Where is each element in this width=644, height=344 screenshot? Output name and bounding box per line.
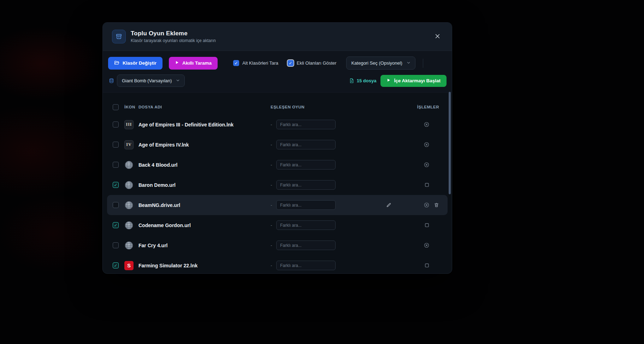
matched-game-value: - bbox=[271, 182, 274, 188]
row-checkbox[interactable] bbox=[113, 222, 119, 228]
search-different-input[interactable] bbox=[276, 200, 336, 210]
table-row[interactable]: III Age of Empires III - Definitive Edit… bbox=[107, 114, 448, 135]
game-icon bbox=[124, 221, 134, 230]
table-row[interactable]: BeamNG.drive.url - bbox=[107, 195, 448, 215]
search-field-wrap bbox=[276, 180, 336, 190]
source-select[interactable]: Giant Bomb (Varsayılan) bbox=[117, 75, 185, 87]
toolbar-divider bbox=[423, 59, 423, 68]
drive-icon bbox=[112, 30, 126, 43]
header-filename-col: DOSYA ADI bbox=[138, 105, 261, 109]
header-actions-col: İŞLEMLER bbox=[417, 105, 439, 109]
row-actions bbox=[386, 162, 439, 168]
remove-match-icon[interactable] bbox=[424, 242, 430, 248]
table-row[interactable]: Codename Gordon.url - bbox=[107, 215, 448, 235]
table-row[interactable]: Baron Demo.url - bbox=[107, 175, 448, 195]
row-checkbox[interactable] bbox=[113, 202, 119, 208]
file-name: Back 4 Blood.url bbox=[138, 162, 261, 168]
globe-icon bbox=[124, 201, 134, 210]
file-count: 15 dosya bbox=[357, 78, 377, 83]
trash-icon[interactable] bbox=[434, 202, 439, 208]
matched-game-value: - bbox=[271, 122, 274, 127]
globe-icon bbox=[124, 221, 134, 230]
file-name: Far Cry 4.url bbox=[138, 243, 261, 248]
matched-game-value: - bbox=[271, 162, 274, 167]
search-different-input[interactable] bbox=[276, 220, 336, 230]
file-table: İKON DOSYA ADI EŞLEŞEN OYUN İŞLEMLER III… bbox=[103, 93, 452, 274]
row-checkbox[interactable] bbox=[113, 162, 119, 168]
change-folder-label: Klasör Değiştir bbox=[123, 60, 156, 66]
row-actions bbox=[386, 202, 439, 208]
table-row[interactable]: Back 4 Blood.url - bbox=[107, 155, 448, 175]
table-row[interactable]: Far Cry 4.url - bbox=[107, 235, 448, 255]
search-field-wrap bbox=[276, 241, 336, 250]
row-checkbox[interactable] bbox=[113, 142, 119, 148]
row-checkbox[interactable] bbox=[113, 182, 119, 188]
search-different-input[interactable] bbox=[276, 140, 336, 149]
select-square-icon[interactable] bbox=[424, 223, 430, 228]
search-field-wrap bbox=[276, 160, 336, 170]
select-square-icon[interactable] bbox=[424, 263, 430, 268]
game-icon-text: S bbox=[127, 262, 131, 268]
category-select[interactable]: Kategori Seç (Opsiyonel) bbox=[346, 57, 415, 70]
dialog-title: Toplu Oyun Ekleme bbox=[131, 30, 216, 37]
search-different-input[interactable] bbox=[276, 241, 336, 250]
row-checkbox[interactable] bbox=[113, 262, 119, 268]
file-name: Age of Empires III - Definitive Edition.… bbox=[138, 122, 261, 127]
row-actions bbox=[386, 142, 439, 148]
row-checkbox[interactable] bbox=[113, 242, 119, 248]
header-icon-col: İKON bbox=[124, 105, 138, 109]
game-icon: III bbox=[124, 120, 134, 129]
folder-icon bbox=[114, 60, 119, 66]
play-icon bbox=[175, 60, 179, 66]
game-icon: IV bbox=[124, 140, 134, 149]
matched-game-value: - bbox=[271, 223, 274, 228]
smart-scan-button[interactable]: Akıllı Tarama bbox=[169, 57, 218, 70]
show-added-label: Ekli Olanları Göster bbox=[297, 60, 337, 66]
search-different-input[interactable] bbox=[276, 120, 336, 129]
subfolders-label: Alt Klasörleri Tara bbox=[242, 60, 278, 66]
game-icon bbox=[124, 160, 134, 170]
row-actions bbox=[386, 263, 439, 268]
search-different-input[interactable] bbox=[276, 261, 336, 270]
show-added-checkbox[interactable] bbox=[288, 60, 294, 66]
row-actions bbox=[386, 182, 439, 188]
change-folder-button[interactable]: Klasör Değiştir bbox=[108, 57, 163, 70]
subfolders-checkbox[interactable] bbox=[233, 60, 239, 66]
start-import-button[interactable]: İçe Aktarmayı Başlat bbox=[380, 75, 447, 87]
remove-match-icon[interactable] bbox=[424, 121, 430, 127]
search-different-input[interactable] bbox=[276, 180, 336, 190]
file-name: BeamNG.drive.url bbox=[138, 202, 261, 208]
globe-icon bbox=[124, 160, 134, 170]
game-icon bbox=[124, 241, 134, 250]
table-row[interactable]: IV Age of Empires IV.lnk - bbox=[107, 135, 448, 155]
scrollbar-thumb[interactable] bbox=[449, 92, 451, 194]
file-list: III Age of Empires III - Definitive Edit… bbox=[103, 114, 452, 274]
search-different-input[interactable] bbox=[276, 160, 336, 170]
globe-icon bbox=[124, 241, 134, 250]
select-square-icon[interactable] bbox=[424, 182, 430, 188]
matched-game-value: - bbox=[271, 142, 274, 147]
game-icon bbox=[124, 180, 134, 190]
remove-match-icon[interactable] bbox=[424, 162, 430, 168]
search-field-wrap bbox=[276, 261, 336, 270]
select-all-checkbox[interactable] bbox=[113, 104, 119, 110]
row-checkbox[interactable] bbox=[113, 121, 119, 127]
close-button[interactable] bbox=[432, 31, 443, 42]
show-added-option[interactable]: Ekli Olanları Göster bbox=[288, 60, 337, 66]
remove-match-icon[interactable] bbox=[424, 142, 430, 148]
table-row[interactable]: S Farming Simulator 22.lnk - bbox=[107, 255, 448, 274]
game-icon-text: III bbox=[126, 122, 132, 127]
file-name: Farming Simulator 22.lnk bbox=[138, 263, 261, 268]
edit-icon[interactable] bbox=[386, 202, 391, 208]
subfolders-option[interactable]: Alt Klasörleri Tara bbox=[233, 60, 278, 66]
chevron-down-icon bbox=[176, 78, 180, 83]
toolbar: Klasör Değiştir Akıllı Tarama Alt Klasör… bbox=[103, 51, 452, 93]
category-select-value: Kategori Seç (Opsiyonel) bbox=[351, 60, 402, 66]
search-field-wrap bbox=[276, 140, 336, 149]
file-name: Baron Demo.url bbox=[138, 182, 261, 188]
screen: Toplu Oyun Ekleme Klasör tarayarak oyunl… bbox=[0, 0, 644, 344]
remove-match-icon[interactable] bbox=[424, 202, 430, 208]
file-name: Age of Empires IV.lnk bbox=[138, 142, 261, 148]
matched-game-value: - bbox=[271, 202, 274, 208]
game-icon bbox=[124, 201, 134, 210]
